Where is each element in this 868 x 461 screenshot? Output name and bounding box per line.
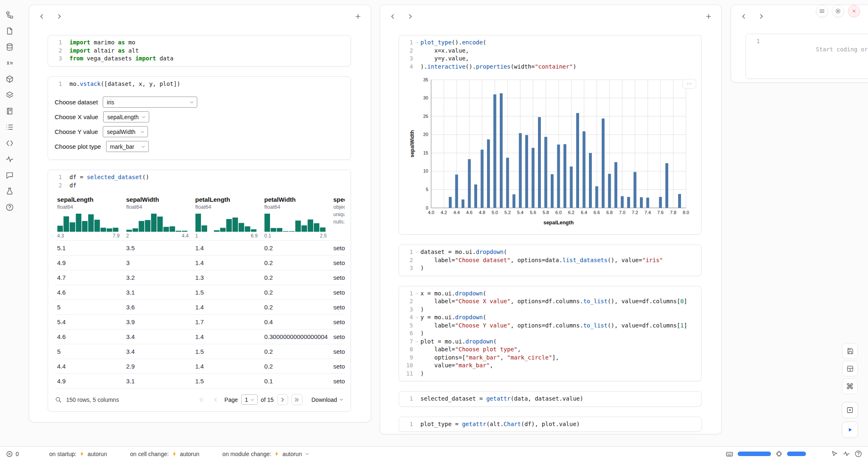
file-explorer-icon	[5, 11, 14, 19]
code-text: label="Choose X value", options=df.colum…	[420, 297, 687, 306]
column-prev-button[interactable]	[387, 10, 399, 23]
save-button[interactable]	[842, 343, 858, 359]
add-cell-button[interactable]	[702, 10, 715, 23]
svg-text:35: 35	[423, 77, 428, 82]
keyboard-shortcuts-button[interactable]: ⌘	[842, 378, 858, 394]
svg-text:7.2: 7.2	[632, 210, 638, 215]
table-cell: 3.1	[124, 374, 193, 388]
error-count: 0	[16, 451, 19, 457]
column-header[interactable]: sepalLengthfloat644.37.9	[55, 194, 124, 240]
code-editor-widgets[interactable]: 1x = mo.ui.dropdown(2 label="Choose X va…	[399, 286, 701, 381]
table-cell: setosa	[331, 359, 345, 373]
first-page-button[interactable]	[196, 394, 207, 405]
run-mode-button[interactable]: on startup:autorun	[47, 449, 110, 459]
column-1-nav	[36, 10, 65, 23]
run-mode-button[interactable]: on module change:autorun	[220, 449, 312, 459]
column-max: 2.5	[320, 233, 327, 239]
command-icon: ⌘	[846, 382, 854, 391]
table-cell: 3.4	[124, 344, 193, 359]
layout-grid-button[interactable]	[842, 361, 858, 376]
column-next-button[interactable]	[404, 10, 416, 23]
snippets-button[interactable]	[4, 138, 16, 148]
prev-page-button[interactable]	[210, 394, 221, 405]
file-explorer-button[interactable]	[4, 10, 16, 20]
outline-button[interactable]	[4, 122, 16, 132]
fold-chevron-icon[interactable]	[413, 290, 420, 298]
notebook-files-button[interactable]	[4, 26, 16, 36]
menu-button[interactable]	[816, 5, 828, 17]
code-text: df = selected_dataset()	[69, 173, 149, 182]
errors-button[interactable]: 0	[6, 450, 19, 458]
page-range: of 15	[261, 396, 274, 403]
close-button[interactable]	[848, 5, 860, 17]
activity-button[interactable]	[843, 450, 850, 458]
packages-button[interactable]	[4, 90, 16, 100]
notebook-column-1: 1import marimo as mo2import altair as al…	[29, 5, 371, 422]
settings-button[interactable]	[832, 5, 844, 17]
code-editor-imports[interactable]: 1import marimo as mo2import altair as al…	[48, 35, 351, 66]
fold-chevron-icon[interactable]	[413, 248, 420, 256]
column-next-button[interactable]	[53, 10, 65, 23]
code-editor-vstack[interactable]: 1mo.vstack([dataset, x, y, plot])	[48, 77, 351, 92]
line-number: 2	[51, 47, 62, 55]
variables-button[interactable]	[4, 58, 16, 68]
code-line: 2df	[51, 182, 346, 190]
code-text: value="mark_bar",	[420, 362, 493, 370]
column-prev-button[interactable]	[738, 10, 750, 23]
column-histogram	[126, 213, 189, 232]
svg-text:6.6: 6.6	[593, 210, 600, 215]
dropdown-choose-x-value[interactable]: sepalLength	[103, 111, 149, 122]
documentation-button[interactable]	[4, 106, 16, 116]
line-number: 4	[402, 63, 413, 71]
dropdown-choose-y-value[interactable]: sepalWidth	[103, 126, 148, 137]
column-header[interactable]: speciesobjectunique:nulls:	[331, 194, 345, 240]
column-header[interactable]: petalWidthfloat640.12.5	[262, 194, 331, 240]
code-text: plot_type = getattr(alt.Chart(df), plot.…	[420, 420, 580, 429]
code-editor-selected[interactable]: 1selected_dataset = getattr(data, datase…	[399, 392, 701, 406]
database-button[interactable]	[4, 42, 16, 52]
code-editor-dataset[interactable]: 1dataset = mo.ui.dropdown(2 label="Choos…	[399, 245, 701, 276]
code-editor-plot[interactable]: 1plot_type().encode(2 x=x.value,3 y=y.va…	[399, 35, 701, 74]
code-editor-dataframe[interactable]: 1df = selected_dataset()2df	[48, 170, 351, 193]
chart-menu-button[interactable]	[682, 79, 696, 89]
run-mode-button[interactable]: on cell change:autorun	[127, 449, 202, 459]
dropdown-choose-dataset[interactable]: iris	[103, 97, 197, 108]
pointer-mode-button[interactable]	[831, 450, 838, 458]
download-button[interactable]: Download	[312, 396, 344, 403]
column-prev-button[interactable]	[36, 10, 48, 23]
circle-x-icon	[6, 450, 13, 458]
snippets-icon	[5, 139, 14, 148]
cpu-icon	[775, 450, 783, 458]
chat-button[interactable]	[4, 170, 16, 180]
add-cell-button[interactable]	[352, 10, 364, 23]
help-button[interactable]	[854, 450, 862, 458]
table-cell: 5	[55, 300, 124, 314]
code-text: plot = mo.ui.dropdown(	[420, 338, 496, 346]
column-header[interactable]: petalLengthfloat6416.9	[193, 194, 262, 240]
run-mode-label: on module change:	[222, 451, 271, 457]
fold-chevron-icon[interactable]	[413, 338, 420, 346]
next-page-button[interactable]	[277, 394, 288, 405]
run-all-button[interactable]	[842, 422, 858, 438]
scratchpad-button[interactable]	[4, 186, 16, 196]
tracing-button[interactable]	[4, 154, 16, 164]
column-header[interactable]: sepalWidthfloat6424.4	[124, 194, 193, 240]
fold-chevron-icon[interactable]	[413, 313, 420, 322]
code-line: 1import marimo as mo	[51, 39, 346, 47]
page-select[interactable]: 1	[241, 394, 258, 405]
table-search-button[interactable]	[55, 396, 62, 403]
new-cell-editor[interactable]: 1 Start coding or generate with AI	[746, 34, 868, 65]
column-histogram	[195, 213, 258, 232]
status-bar: 0 on startup:autorunon cell change:autor…	[0, 446, 868, 461]
last-page-button[interactable]	[291, 394, 302, 405]
code-text: y=y.value,	[420, 55, 469, 63]
table-cell: 0.2	[262, 241, 331, 255]
dependencies-button[interactable]	[4, 74, 16, 84]
console-button[interactable]	[842, 402, 858, 418]
help-button[interactable]	[4, 202, 16, 212]
fold-chevron-icon[interactable]	[413, 39, 420, 47]
code-editor-plot-type[interactable]: 1plot_type = getattr(alt.Chart(df), plot…	[399, 417, 701, 432]
dropdown-choose-plot-type[interactable]: mark_bar	[106, 141, 149, 152]
altair-bar-chart[interactable]: 4.04.24.44.64.85.05.25.45.65.86.06.26.46…	[408, 75, 691, 228]
column-next-button[interactable]	[755, 10, 767, 23]
